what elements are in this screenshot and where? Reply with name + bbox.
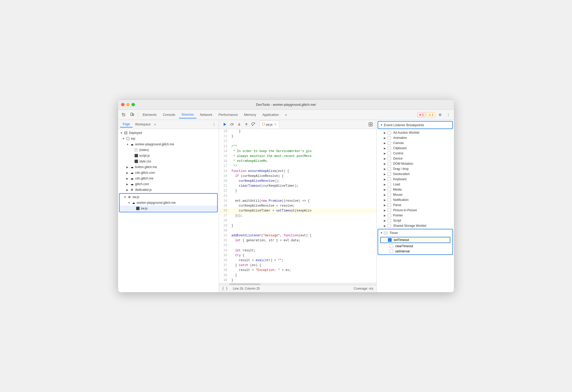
bp-item-mouse[interactable]: ▶ Mouse: [377, 192, 454, 197]
tree-item-deployed[interactable]: ▼ Deployed: [118, 130, 219, 136]
bp-item-keyboard[interactable]: ▶ Keyboard: [377, 177, 454, 182]
tree-item-swjs-file[interactable]: ⬛ sw.js: [120, 206, 217, 211]
bp-checkbox[interactable]: [387, 146, 391, 150]
tree-item-index[interactable]: (index): [118, 147, 219, 153]
bp-item-drag-drop[interactable]: ▶ Drag / drop: [377, 166, 454, 171]
settimeout-checkbox[interactable]: ✓: [388, 238, 392, 242]
deactivate-breakpoints-button[interactable]: [250, 121, 257, 128]
tree-item-worker2[interactable]: ▼ ☁ worker-playground.glitch.me: [120, 200, 217, 206]
timer-settimeout-item[interactable]: ✓ setTimeout: [380, 237, 450, 243]
timer-parent-checkbox[interactable]: [384, 231, 387, 235]
resume-button[interactable]: [221, 121, 228, 128]
tab-elements[interactable]: Elements: [140, 111, 159, 118]
bp-item-script[interactable]: ▶ Script: [377, 218, 454, 223]
bp-item-geolocation[interactable]: ▶ Geolocation: [377, 171, 454, 177]
format-icon[interactable]: [367, 121, 374, 128]
cloud-icon: ☁: [130, 182, 134, 186]
code-line: 29 }: [219, 223, 376, 228]
tab-page[interactable]: Page: [120, 121, 133, 127]
bp-checkbox[interactable]: [387, 152, 391, 155]
bp-item-notification[interactable]: ▶ Notification: [377, 197, 454, 202]
maximize-button[interactable]: [131, 103, 135, 106]
bp-checkbox[interactable]: [387, 167, 391, 171]
settings-icon[interactable]: ⚙: [436, 111, 444, 118]
bp-checkbox[interactable]: [387, 208, 391, 212]
code-line: 13 /**: [219, 144, 376, 149]
tree-item-cdncom[interactable]: ▶ ☁ cdn.glitch.com: [118, 170, 219, 176]
timer-header[interactable]: ▼ Timer: [378, 229, 452, 236]
bp-item-dom-mutation[interactable]: ▶ DOM Mutation: [377, 161, 454, 166]
line-number: 13: [219, 144, 229, 149]
bp-checkbox[interactable]: [387, 193, 391, 197]
panel-more-icon[interactable]: »: [154, 123, 156, 126]
inspect-icon[interactable]: [120, 111, 127, 118]
code-line: 23: [219, 194, 376, 199]
code-editor[interactable]: 10 } 11 } 12 13 /**: [219, 129, 376, 283]
horizontal-scrollbar[interactable]: [219, 283, 376, 285]
tab-sources[interactable]: Sources: [179, 111, 196, 118]
tab-close-button[interactable]: ✕: [274, 123, 276, 126]
timer-setinterval-item[interactable]: setInterval: [378, 249, 452, 254]
line-number: 12: [219, 139, 229, 144]
bp-item-clipboard[interactable]: ▶ Clipboard: [377, 146, 454, 151]
bp-item-shared-storage[interactable]: ▶ Shared Storage Worklet: [377, 223, 454, 228]
bp-checkbox[interactable]: [387, 136, 391, 140]
bp-item-animation[interactable]: ▶ Animation: [377, 135, 454, 140]
tree-item-dedicatedjs[interactable]: ▶ ⚙ dedicated.js: [118, 187, 219, 193]
bp-checkbox[interactable]: [387, 177, 391, 181]
tab-application[interactable]: Application: [260, 111, 282, 118]
minimize-button[interactable]: [126, 103, 130, 106]
bp-checkbox[interactable]: [387, 214, 391, 217]
bp-checkbox[interactable]: [387, 157, 391, 160]
bp-item-device[interactable]: ▶ Device: [377, 156, 454, 161]
bp-item-pip[interactable]: ▶ Picture-in-Picture: [377, 208, 454, 213]
bp-item-parse[interactable]: ▶ Parse: [377, 202, 454, 208]
bp-item-load[interactable]: ▶ Load: [377, 182, 454, 187]
editor-tab-swjs[interactable]: sw.js ✕: [259, 120, 279, 128]
line-code: }: [229, 189, 376, 193]
line-code: result = eval(str) + "";: [229, 258, 376, 263]
tab-more[interactable]: »: [282, 111, 289, 118]
more-vert-icon[interactable]: ⋮: [445, 111, 452, 118]
tab-performance[interactable]: Performance: [216, 111, 240, 118]
step-out-button[interactable]: [243, 121, 250, 128]
tab-workspace[interactable]: Workspace: [133, 122, 153, 127]
bp-checkbox[interactable]: [387, 162, 391, 165]
bp-checkbox[interactable]: [387, 183, 391, 186]
bp-item-control[interactable]: ▶ Control: [377, 151, 454, 156]
bp-checkbox[interactable]: [387, 203, 391, 207]
tree-item-buttonglitch[interactable]: ▶ ☁ button.glitch.me: [118, 164, 219, 170]
bp-checkbox[interactable]: [387, 219, 391, 222]
bp-checkbox[interactable]: [387, 141, 391, 145]
bp-item-pointer[interactable]: ▶ Pointer: [377, 213, 454, 218]
bp-checkbox[interactable]: [387, 172, 391, 176]
tree-item-glitchcom[interactable]: ▶ ☁ glitch.com: [118, 181, 219, 187]
expand-arrow: ▶: [384, 224, 387, 227]
bp-item-canvas[interactable]: ▶ Canvas: [377, 140, 454, 146]
tree-item-stylecss[interactable]: ⬛ style.css: [118, 159, 219, 164]
tree-item-worker[interactable]: ▼ ☁ worker-playground.glitch.me: [118, 141, 219, 147]
cleartimeout-checkbox[interactable]: [390, 244, 393, 248]
tree-item-top[interactable]: ▼ top: [118, 136, 219, 141]
tab-console[interactable]: Console: [160, 111, 178, 118]
bp-checkbox[interactable]: [387, 224, 391, 228]
timer-cleartimeout-item[interactable]: clearTimeout: [378, 244, 452, 249]
tab-memory[interactable]: Memory: [241, 111, 259, 118]
bp-checkbox[interactable]: [387, 188, 391, 191]
step-into-button[interactable]: [236, 121, 243, 128]
tree-item-swjs-root[interactable]: ▼ ⚙ sw.js: [120, 194, 217, 200]
bp-checkbox[interactable]: [387, 131, 391, 134]
panel-menu-icon[interactable]: ⋮: [211, 122, 217, 126]
tree-item-scriptjs[interactable]: ⬛ script.js: [118, 153, 219, 159]
format-button[interactable]: { }: [222, 287, 228, 290]
bp-section-header[interactable]: ▼ Event Listener Breakpoints: [378, 122, 452, 129]
bp-item-media[interactable]: ▶ Media: [377, 187, 454, 192]
setinterval-checkbox[interactable]: [390, 250, 393, 253]
device-icon[interactable]: [128, 111, 136, 118]
close-button[interactable]: [121, 103, 124, 106]
tree-item-cdnme[interactable]: ▶ ☁ cdn.glitch.me: [118, 176, 219, 181]
tab-network[interactable]: Network: [197, 111, 215, 118]
bp-item-adauction[interactable]: ▶ Ad Auction Worklet: [377, 130, 454, 135]
step-over-button[interactable]: [228, 121, 236, 128]
bp-checkbox[interactable]: [387, 198, 391, 202]
